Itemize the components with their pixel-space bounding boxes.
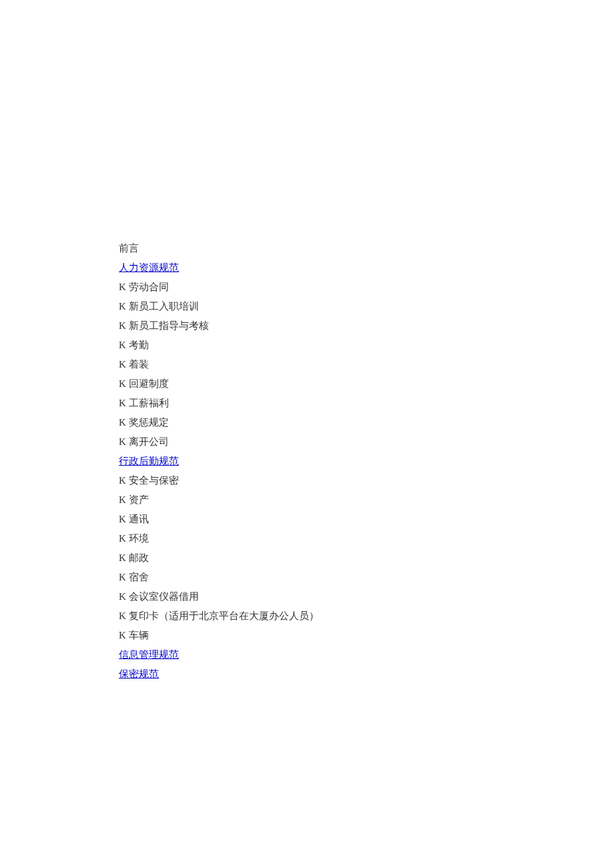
item-prefix: K bbox=[119, 282, 129, 292]
list-item: K 考勤 bbox=[119, 336, 614, 354]
item-prefix: K bbox=[119, 320, 129, 331]
section-admin: 行政后勤规范 bbox=[119, 452, 614, 470]
item-prefix: K bbox=[119, 514, 129, 524]
item-label: 着装 bbox=[129, 359, 149, 370]
list-item: K 邮政 bbox=[119, 548, 614, 567]
item-prefix: K bbox=[119, 552, 129, 563]
list-item: K 车辆 bbox=[119, 626, 614, 644]
section-hr: 人力资源规范 bbox=[119, 258, 614, 277]
list-item: K 安全与保密 bbox=[119, 471, 614, 490]
section-confidential: 保密规范 bbox=[119, 665, 614, 683]
item-prefix: K bbox=[119, 378, 129, 389]
item-label: 安全与保密 bbox=[129, 475, 179, 486]
section-info: 信息管理规范 bbox=[119, 645, 614, 664]
item-prefix: K bbox=[119, 533, 129, 544]
item-label: 资产 bbox=[129, 494, 149, 505]
item-label: 邮政 bbox=[129, 552, 149, 563]
list-item: K 回避制度 bbox=[119, 374, 614, 393]
toc-content: 前言 人力资源规范 K 劳动合同 K 新员工入职培训 K 新员工指导与考核 K … bbox=[0, 0, 614, 683]
item-prefix: K bbox=[119, 359, 129, 370]
item-label: 通讯 bbox=[129, 514, 149, 524]
list-item: K 新员工入职培训 bbox=[119, 297, 614, 316]
item-prefix: K bbox=[119, 572, 129, 582]
list-item: K 劳动合同 bbox=[119, 278, 614, 296]
item-label: 环境 bbox=[129, 533, 149, 544]
item-prefix: K bbox=[119, 630, 129, 640]
item-prefix: K bbox=[119, 340, 129, 350]
list-item: K 通讯 bbox=[119, 510, 614, 528]
list-item: K 复印卡（适用于北京平台在大厦办公人员） bbox=[119, 606, 614, 625]
item-label: 回避制度 bbox=[129, 378, 169, 389]
item-prefix: K bbox=[119, 301, 129, 312]
item-label: 劳动合同 bbox=[129, 282, 169, 292]
list-item: K 离开公司 bbox=[119, 432, 614, 451]
item-prefix: K bbox=[119, 436, 129, 447]
preface-heading: 前言 bbox=[119, 239, 614, 258]
item-label: 复印卡（适用于北京平台在大厦办公人员） bbox=[129, 610, 319, 621]
info-link[interactable]: 信息管理规范 bbox=[119, 649, 179, 660]
list-item: K 着装 bbox=[119, 355, 614, 374]
item-label: 新员工指导与考核 bbox=[129, 320, 209, 331]
list-item: K 会议室仪器借用 bbox=[119, 587, 614, 606]
list-item: K 资产 bbox=[119, 490, 614, 509]
confidential-link[interactable]: 保密规范 bbox=[119, 669, 159, 679]
admin-link[interactable]: 行政后勤规范 bbox=[119, 456, 179, 466]
item-label: 宿舍 bbox=[129, 572, 149, 582]
item-label: 离开公司 bbox=[129, 436, 169, 447]
item-label: 工薪福利 bbox=[129, 398, 169, 408]
item-prefix: K bbox=[119, 475, 129, 486]
list-item: K 新员工指导与考核 bbox=[119, 316, 614, 335]
item-label: 车辆 bbox=[129, 630, 149, 640]
item-label: 奖惩规定 bbox=[129, 417, 169, 428]
item-prefix: K bbox=[119, 591, 129, 602]
item-label: 考勤 bbox=[129, 340, 149, 350]
hr-link[interactable]: 人力资源规范 bbox=[119, 262, 179, 273]
item-prefix: K bbox=[119, 417, 129, 428]
list-item: K 奖惩规定 bbox=[119, 413, 614, 432]
list-item: K 工薪福利 bbox=[119, 394, 614, 412]
item-label: 新员工入职培训 bbox=[129, 301, 199, 312]
list-item: K 宿舍 bbox=[119, 568, 614, 586]
item-prefix: K bbox=[119, 610, 129, 621]
list-item: K 环境 bbox=[119, 529, 614, 548]
item-label: 会议室仪器借用 bbox=[129, 591, 199, 602]
item-prefix: K bbox=[119, 398, 129, 408]
item-prefix: K bbox=[119, 494, 129, 505]
